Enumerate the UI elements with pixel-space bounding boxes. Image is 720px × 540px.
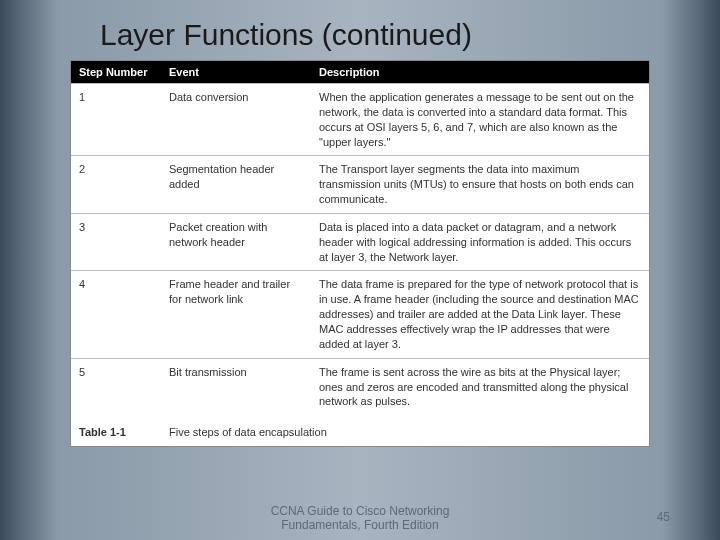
cell-description: The Transport layer segments the data in…	[311, 156, 649, 214]
table-header-row: Step Number Event Description	[71, 61, 649, 84]
cell-description: The frame is sent across the wire as bit…	[311, 358, 649, 415]
cell-step: 3	[71, 213, 161, 271]
cell-event: Data conversion	[161, 84, 311, 156]
cell-event: Packet creation with network header	[161, 213, 311, 271]
cell-event: Bit transmission	[161, 358, 311, 415]
footer: CCNA Guide to Cisco Networking Fundament…	[0, 504, 720, 532]
table-row: 3 Packet creation with network header Da…	[71, 213, 649, 271]
table-caption-row: Table 1-1 Five steps of data encapsulati…	[71, 415, 649, 446]
footer-line2: Fundamentals, Fourth Edition	[0, 518, 720, 532]
header-description: Description	[311, 61, 649, 84]
page-number: 45	[657, 510, 670, 524]
cell-step: 2	[71, 156, 161, 214]
table-row: 5 Bit transmission The frame is sent acr…	[71, 358, 649, 415]
encapsulation-table: Step Number Event Description 1 Data con…	[71, 61, 649, 446]
cell-step: 4	[71, 271, 161, 358]
cell-step: 1	[71, 84, 161, 156]
table-row: 2 Segmentation header added The Transpor…	[71, 156, 649, 214]
caption-label: Table 1-1	[71, 415, 161, 446]
cell-description: The data frame is prepared for the type …	[311, 271, 649, 358]
page-title: Layer Functions (continued)	[40, 18, 680, 52]
header-step: Step Number	[71, 61, 161, 84]
footer-line1: CCNA Guide to Cisco Networking	[0, 504, 720, 518]
cell-step: 5	[71, 358, 161, 415]
table-row: 4 Frame header and trailer for network l…	[71, 271, 649, 358]
cell-event: Segmentation header added	[161, 156, 311, 214]
table-row: 1 Data conversion When the application g…	[71, 84, 649, 156]
cell-description: Data is placed into a data packet or dat…	[311, 213, 649, 271]
slide: Layer Functions (continued) Step Number …	[0, 0, 720, 540]
cell-description: When the application generates a message…	[311, 84, 649, 156]
header-event: Event	[161, 61, 311, 84]
caption-text: Five steps of data encapsulation	[161, 415, 649, 446]
cell-event: Frame header and trailer for network lin…	[161, 271, 311, 358]
table-container: Step Number Event Description 1 Data con…	[70, 60, 650, 447]
